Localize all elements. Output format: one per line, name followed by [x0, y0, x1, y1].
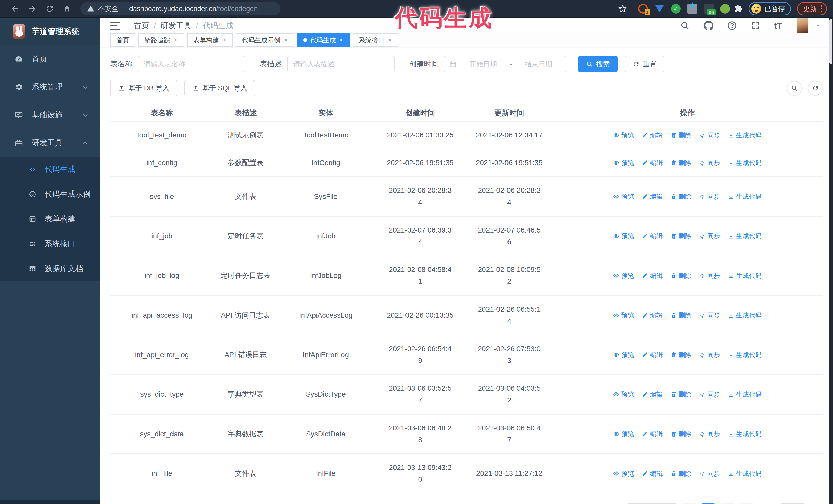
action-delete-link[interactable]: 删除 — [670, 311, 691, 319]
action-edit-link[interactable]: 编辑 — [642, 430, 663, 438]
address-bar[interactable]: 不安全 dashboard.yudao.iocoder.cn/tool/code… — [80, 2, 280, 16]
extension-grid-icon[interactable] — [687, 4, 697, 14]
tab-close-icon[interactable]: × — [284, 37, 288, 43]
page-scrollbar[interactable] — [829, 18, 833, 504]
action-edit-link[interactable]: 编辑 — [642, 159, 663, 167]
sidebar-item-infrastructure[interactable]: 基础设施 — [0, 101, 100, 129]
import-sql-button[interactable]: 基于 SQL 导入 — [184, 80, 255, 96]
tab-close-icon[interactable]: × — [173, 37, 178, 43]
action-generate-code-link[interactable]: 生成代码 — [728, 311, 762, 319]
table-desc-input[interactable] — [287, 56, 395, 72]
action-preview-link[interactable]: 预览 — [613, 470, 634, 478]
action-preview-link[interactable]: 预览 — [613, 430, 634, 438]
action-delete-link[interactable]: 删除 — [670, 159, 691, 167]
search-button[interactable]: 搜索 — [578, 56, 618, 72]
reset-button[interactable]: 重置 — [625, 56, 664, 72]
action-delete-link[interactable]: 删除 — [670, 430, 691, 438]
sidebar-item-system-api[interactable]: 系统接口 — [0, 232, 100, 256]
search-icon[interactable] — [680, 21, 690, 31]
sidebar-item-system[interactable]: 系统管理 — [0, 73, 100, 101]
action-sync-link[interactable]: 同步 — [699, 192, 720, 201]
start-date-placeholder[interactable]: 开始日期 — [460, 59, 506, 69]
tab-代码生成[interactable]: 代码生成 × — [297, 33, 350, 47]
font-size-icon[interactable]: tT — [774, 21, 782, 31]
action-generate-code-link[interactable]: 生成代码 — [728, 351, 762, 359]
table-name-input[interactable] — [138, 56, 245, 72]
action-generate-code-link[interactable]: 生成代码 — [728, 159, 762, 167]
action-delete-link[interactable]: 删除 — [670, 470, 691, 478]
import-db-button[interactable]: 基于 DB 导入 — [110, 80, 177, 96]
action-generate-code-link[interactable]: 生成代码 — [728, 271, 762, 280]
end-date-placeholder[interactable]: 结束日期 — [516, 59, 562, 69]
action-generate-code-link[interactable]: 生成代码 — [728, 430, 762, 438]
breadcrumb-home[interactable]: 首页 — [134, 21, 149, 31]
action-preview-link[interactable]: 预览 — [613, 159, 634, 167]
action-sync-link[interactable]: 同步 — [699, 311, 720, 319]
extensions-puzzle-icon[interactable] — [733, 4, 743, 14]
action-preview-link[interactable]: 预览 — [613, 311, 634, 319]
scrollbar-thumb[interactable] — [829, 19, 832, 64]
browser-menu-kebab-icon[interactable] — [821, 5, 823, 12]
avatar[interactable] — [796, 18, 808, 33]
sidebar-item-form-builder[interactable]: 表单构建 — [0, 207, 100, 232]
action-edit-link[interactable]: 编辑 — [642, 192, 663, 201]
action-preview-link[interactable]: 预览 — [613, 232, 634, 240]
date-range-picker[interactable]: 开始日期 - 结束日期 — [444, 56, 567, 72]
action-delete-link[interactable]: 删除 — [670, 271, 691, 280]
action-edit-link[interactable]: 编辑 — [642, 232, 663, 240]
help-icon[interactable] — [727, 21, 737, 31]
action-sync-link[interactable]: 同步 — [699, 159, 720, 167]
refresh-table-button[interactable] — [808, 81, 823, 96]
action-edit-link[interactable]: 编辑 — [642, 131, 663, 140]
tab-代码生成示例[interactable]: 代码生成示例 × — [236, 33, 294, 47]
action-sync-link[interactable]: 同步 — [699, 430, 720, 438]
action-preview-link[interactable]: 预览 — [613, 271, 634, 280]
browser-back-icon[interactable] — [10, 4, 20, 13]
action-preview-link[interactable]: 预览 — [613, 390, 634, 399]
browser-home-icon[interactable] — [63, 4, 72, 13]
action-sync-link[interactable]: 同步 — [699, 351, 720, 359]
extension-gem-icon[interactable] — [654, 4, 664, 14]
extension-check-icon[interactable]: ✓ — [671, 4, 681, 14]
breadcrumb-dev-tools[interactable]: 研发工具 — [161, 21, 191, 31]
action-generate-code-link[interactable]: 生成代码 — [728, 131, 762, 140]
action-sync-link[interactable]: 同步 — [699, 390, 720, 399]
action-delete-link[interactable]: 删除 — [670, 390, 691, 399]
action-edit-link[interactable]: 编辑 — [642, 311, 663, 319]
action-generate-code-link[interactable]: 生成代码 — [728, 192, 762, 201]
profile-paused-chip[interactable]: 已暂停 — [749, 2, 791, 16]
tab-close-icon[interactable]: × — [339, 37, 343, 43]
action-edit-link[interactable]: 编辑 — [642, 271, 663, 280]
tab-链路追踪[interactable]: 链路追踪 × — [138, 33, 184, 47]
action-delete-link[interactable]: 删除 — [670, 232, 691, 240]
github-icon[interactable] — [703, 21, 714, 31]
tab-close-icon[interactable]: × — [222, 37, 227, 43]
action-delete-link[interactable]: 删除 — [670, 192, 691, 201]
action-generate-code-link[interactable]: 生成代码 — [728, 390, 762, 399]
action-edit-link[interactable]: 编辑 — [642, 351, 663, 359]
toggle-search-button[interactable] — [787, 81, 802, 96]
browser-reload-icon[interactable] — [45, 4, 54, 13]
action-sync-link[interactable]: 同步 — [699, 470, 720, 478]
security-warning-icon[interactable] — [87, 5, 94, 12]
tab-表单构建[interactable]: 表单构建 × — [187, 33, 233, 47]
sidebar-item-code-generation[interactable]: 代码生成 — [0, 157, 100, 182]
extension-dark-icon[interactable]: on — [704, 4, 714, 14]
action-sync-link[interactable]: 同步 — [699, 232, 720, 240]
action-sync-link[interactable]: 同步 — [699, 271, 720, 280]
action-sync-link[interactable]: 同步 — [699, 131, 720, 140]
action-edit-link[interactable]: 编辑 — [642, 390, 663, 399]
extension-android-icon[interactable] — [720, 4, 730, 14]
chevron-down-icon[interactable] — [815, 23, 821, 28]
sidebar-item-database-docs[interactable]: 数据库文档 — [0, 256, 100, 281]
action-delete-link[interactable]: 删除 — [670, 131, 691, 140]
action-delete-link[interactable]: 删除 — [670, 351, 691, 359]
action-preview-link[interactable]: 预览 — [613, 351, 634, 359]
tab-系统接口[interactable]: 系统接口 × — [353, 33, 398, 47]
fullscreen-icon[interactable] — [751, 21, 761, 31]
action-edit-link[interactable]: 编辑 — [642, 470, 663, 478]
hamburger-icon[interactable] — [110, 22, 120, 30]
sidebar-item-dev-tools[interactable]: 研发工具 — [0, 129, 100, 157]
sidebar-item-home[interactable]: 首页 — [0, 45, 100, 73]
app-logo[interactable]: 芋道管理系统 — [0, 18, 100, 45]
